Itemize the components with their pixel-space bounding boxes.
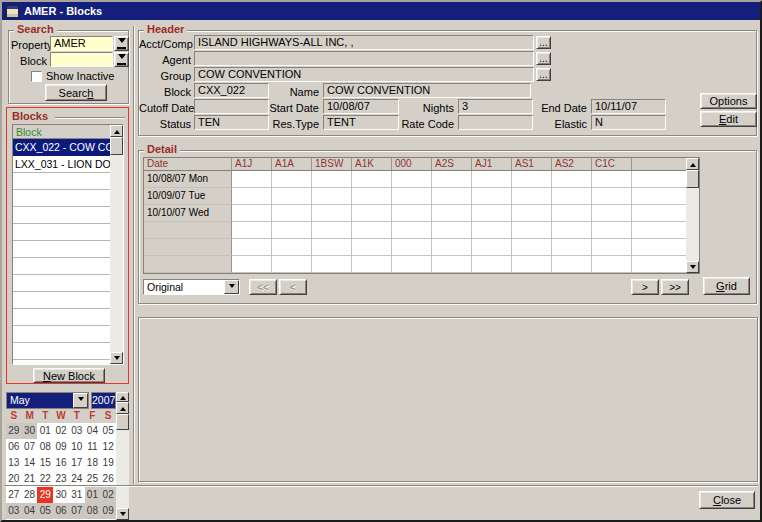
grid-cell[interactable] [272,256,312,273]
grid-cell[interactable] [312,239,352,256]
calendar-day[interactable]: 05 [100,423,116,439]
calendar-day[interactable]: 03 [6,503,22,519]
block-list-item[interactable]: LXX_031 - LION DO [13,156,110,173]
nav-next-button[interactable]: > [631,279,659,295]
agent-field[interactable] [194,51,534,66]
grid-cell[interactable] [472,239,512,256]
name-field[interactable]: COW CONVENTION [323,83,531,98]
grid-cell[interactable] [392,205,432,222]
grid-cell[interactable] [552,171,592,188]
scroll-up-icon[interactable] [110,125,123,137]
calendar-day[interactable]: 27 [6,487,22,503]
search-button[interactable]: Search [45,84,107,101]
grid-cell[interactable] [272,222,312,239]
grid-cell[interactable] [232,188,272,205]
grid-cell[interactable] [592,188,632,205]
calendar-day[interactable]: 06 [53,503,69,519]
calendar-day[interactable]: 10 [69,439,85,455]
calendar-day[interactable]: 12 [100,439,116,455]
calendar-day[interactable]: 16 [53,455,69,471]
grid-cell[interactable] [272,188,312,205]
group-lov-button[interactable]: ... [536,68,551,81]
calendar-day[interactable]: 02 [53,423,69,439]
calendar-day[interactable]: 01 [37,423,53,439]
calendar-day[interactable]: 07 [22,439,38,455]
calendar-day[interactable]: 09 [100,503,116,519]
grid-cell[interactable] [432,239,472,256]
grid-cell[interactable] [552,222,592,239]
grid-cell[interactable] [312,205,352,222]
block-list-item[interactable]: CXX_022 - COW CONVEN [13,139,110,156]
calendar-day[interactable]: 08 [37,439,53,455]
grid-cell[interactable] [432,222,472,239]
grid-cell[interactable] [552,256,592,273]
grid-cell[interactable] [392,188,432,205]
grid-cell[interactable] [232,239,272,256]
grid-button[interactable]: Grid [703,277,750,295]
grid-cell[interactable] [232,171,272,188]
res-type-field[interactable]: TENT [323,115,399,130]
cutoff-date-field[interactable] [194,99,269,114]
scrollbar-thumb[interactable] [110,137,123,155]
grid-cell[interactable] [472,222,512,239]
calendar-day[interactable]: 13 [6,455,22,471]
grid-cell[interactable] [592,239,632,256]
scroll-up-icon[interactable] [686,158,699,170]
grid-cell[interactable] [272,239,312,256]
calendar-day[interactable]: 06 [6,439,22,455]
calendar-day[interactable]: 01 [85,487,101,503]
grid-cell[interactable] [472,256,512,273]
elastic-field[interactable]: N [591,115,666,130]
scrollbar-thumb[interactable] [116,414,129,430]
property-lov-button[interactable] [114,36,129,51]
grid-cell[interactable] [592,171,632,188]
grid-cell[interactable] [592,256,632,273]
grid-cell[interactable] [352,256,392,273]
calendar-day[interactable]: 09 [53,439,69,455]
status-field[interactable]: TEN [194,115,269,130]
grid-cell[interactable] [392,239,432,256]
calendar-day[interactable]: 30 [53,487,69,503]
options-button[interactable]: Options [700,93,757,109]
end-date-field[interactable]: 10/11/07 [591,99,666,114]
calendar-day[interactable]: 17 [69,455,85,471]
calendar-day[interactable]: 15 [37,455,53,471]
new-block-button[interactable]: New Block [33,368,105,383]
calendar-day[interactable]: 31 [69,487,85,503]
grid-cell[interactable] [392,222,432,239]
grid-cell[interactable] [432,256,472,273]
calendar-day[interactable]: 28 [22,487,38,503]
grid-cell[interactable] [512,256,552,273]
start-date-field[interactable]: 10/08/07 [323,99,399,114]
grid-cell[interactable] [352,171,392,188]
grid-cell[interactable] [512,239,552,256]
calendar-day[interactable]: 29 [6,423,22,439]
agent-lov-button[interactable]: ... [536,52,551,65]
scrollbar-thumb[interactable] [686,170,699,188]
calendar-day[interactable]: 11 [85,439,101,455]
nav-prev-button[interactable]: < [279,279,307,295]
scroll-up-icon[interactable] [116,402,129,414]
year-spinner-up-icon[interactable] [116,392,129,402]
nav-first-button[interactable]: << [249,279,277,295]
acct-comp-lov-button[interactable]: ... [536,36,551,49]
grid-cell[interactable] [392,171,432,188]
calendar-day[interactable]: 29 [37,487,53,503]
scroll-down-icon[interactable] [110,352,123,364]
calendar-day[interactable]: 07 [69,503,85,519]
calendar-day[interactable]: 04 [85,423,101,439]
nav-last-button[interactable]: >> [661,279,689,295]
calendar-day[interactable]: 14 [22,455,38,471]
grid-cell[interactable] [272,205,312,222]
grid-cell[interactable] [552,188,592,205]
grid-cell[interactable] [312,188,352,205]
grid-cell[interactable] [312,222,352,239]
block-field[interactable] [50,52,113,67]
grid-cell[interactable] [392,256,432,273]
grid-cell[interactable] [472,188,512,205]
calendar-day[interactable]: 05 [37,503,53,519]
grid-cell[interactable] [512,171,552,188]
grid-cell[interactable] [352,239,392,256]
grid-cell[interactable] [312,256,352,273]
grid-cell[interactable] [352,205,392,222]
